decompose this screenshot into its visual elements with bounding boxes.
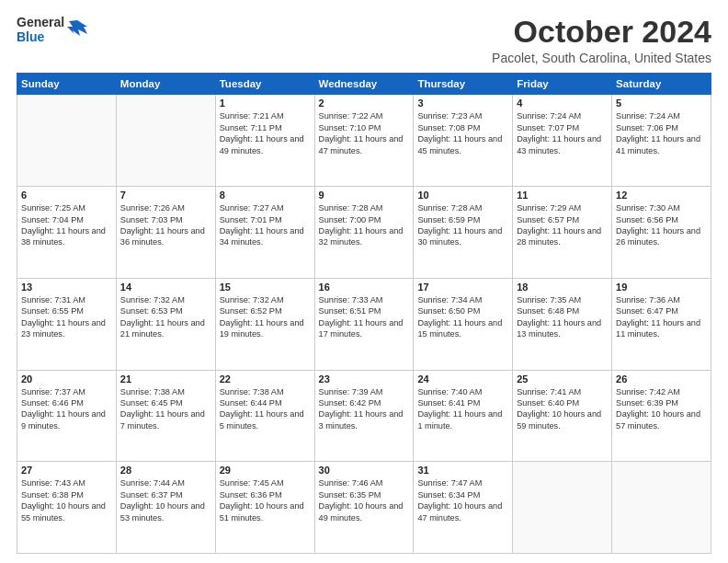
calendar-cell: 1Sunrise: 7:21 AM Sunset: 7:11 PM Daylig… xyxy=(215,95,314,187)
day-number: 29 xyxy=(220,465,311,476)
day-number: 11 xyxy=(517,190,608,201)
day-number: 9 xyxy=(319,190,410,201)
day-info: Sunrise: 7:36 AM Sunset: 6:47 PM Dayligh… xyxy=(616,294,707,340)
day-info: Sunrise: 7:41 AM Sunset: 6:40 PM Dayligh… xyxy=(517,386,608,432)
calendar-cell: 15Sunrise: 7:32 AM Sunset: 6:52 PM Dayli… xyxy=(215,278,314,370)
day-header-saturday: Saturday xyxy=(612,74,711,95)
day-info: Sunrise: 7:28 AM Sunset: 7:00 PM Dayligh… xyxy=(319,202,410,248)
day-info: Sunrise: 7:29 AM Sunset: 6:57 PM Dayligh… xyxy=(517,202,608,248)
calendar-cell: 9Sunrise: 7:28 AM Sunset: 7:00 PM Daylig… xyxy=(314,187,414,279)
calendar-header-row: SundayMondayTuesdayWednesdayThursdayFrid… xyxy=(17,74,711,95)
day-number: 13 xyxy=(21,282,112,293)
bird-icon xyxy=(65,17,89,41)
day-number: 31 xyxy=(417,465,508,476)
page: General Blue October 2024 Pacolet, South… xyxy=(0,0,728,563)
day-info: Sunrise: 7:34 AM Sunset: 6:50 PM Dayligh… xyxy=(417,294,508,340)
calendar-cell: 4Sunrise: 7:24 AM Sunset: 7:07 PM Daylig… xyxy=(513,95,612,187)
day-number: 23 xyxy=(319,373,410,385)
week-row-1: 1Sunrise: 7:21 AM Sunset: 7:11 PM Daylig… xyxy=(17,95,711,187)
calendar-cell: 13Sunrise: 7:31 AM Sunset: 6:55 PM Dayli… xyxy=(17,278,117,370)
week-row-3: 13Sunrise: 7:31 AM Sunset: 6:55 PM Dayli… xyxy=(17,278,711,370)
day-info: Sunrise: 7:35 AM Sunset: 6:48 PM Dayligh… xyxy=(517,294,608,340)
calendar-cell: 24Sunrise: 7:40 AM Sunset: 6:41 PM Dayli… xyxy=(414,370,513,462)
day-info: Sunrise: 7:31 AM Sunset: 6:55 PM Dayligh… xyxy=(21,294,112,340)
day-info: Sunrise: 7:39 AM Sunset: 6:42 PM Dayligh… xyxy=(319,386,410,432)
day-info: Sunrise: 7:46 AM Sunset: 6:35 PM Dayligh… xyxy=(319,477,410,523)
day-info: Sunrise: 7:24 AM Sunset: 7:06 PM Dayligh… xyxy=(616,110,707,156)
calendar-cell: 6Sunrise: 7:25 AM Sunset: 7:04 PM Daylig… xyxy=(17,187,117,279)
week-row-5: 27Sunrise: 7:43 AM Sunset: 6:38 PM Dayli… xyxy=(17,462,711,554)
calendar-table: SundayMondayTuesdayWednesdayThursdayFrid… xyxy=(17,73,711,554)
day-info: Sunrise: 7:30 AM Sunset: 6:56 PM Dayligh… xyxy=(616,202,707,248)
day-number: 20 xyxy=(21,373,112,385)
day-number: 5 xyxy=(616,98,707,109)
day-info: Sunrise: 7:37 AM Sunset: 6:46 PM Dayligh… xyxy=(21,386,112,432)
calendar-cell: 22Sunrise: 7:38 AM Sunset: 6:44 PM Dayli… xyxy=(215,370,314,462)
logo-text: General Blue xyxy=(17,15,89,44)
calendar-cell: 30Sunrise: 7:46 AM Sunset: 6:35 PM Dayli… xyxy=(314,462,414,554)
logo: General Blue xyxy=(17,15,89,44)
day-info: Sunrise: 7:28 AM Sunset: 6:59 PM Dayligh… xyxy=(417,202,508,248)
calendar-cell: 31Sunrise: 7:47 AM Sunset: 6:34 PM Dayli… xyxy=(414,462,513,554)
day-info: Sunrise: 7:38 AM Sunset: 6:45 PM Dayligh… xyxy=(120,386,211,432)
month-title: October 2024 xyxy=(492,15,711,49)
day-number: 18 xyxy=(517,282,608,293)
day-info: Sunrise: 7:43 AM Sunset: 6:38 PM Dayligh… xyxy=(21,477,112,523)
calendar-cell: 18Sunrise: 7:35 AM Sunset: 6:48 PM Dayli… xyxy=(513,278,612,370)
calendar-cell xyxy=(17,95,117,187)
day-number: 28 xyxy=(120,465,211,476)
day-info: Sunrise: 7:32 AM Sunset: 6:53 PM Dayligh… xyxy=(120,294,211,340)
day-info: Sunrise: 7:47 AM Sunset: 6:34 PM Dayligh… xyxy=(417,477,508,523)
day-info: Sunrise: 7:22 AM Sunset: 7:10 PM Dayligh… xyxy=(319,110,410,156)
day-number: 14 xyxy=(120,282,211,293)
day-number: 16 xyxy=(319,282,410,293)
calendar-cell: 12Sunrise: 7:30 AM Sunset: 6:56 PM Dayli… xyxy=(612,187,711,279)
day-info: Sunrise: 7:38 AM Sunset: 6:44 PM Dayligh… xyxy=(220,386,311,432)
svg-marker-0 xyxy=(67,20,87,36)
calendar-cell xyxy=(612,462,711,554)
day-info: Sunrise: 7:27 AM Sunset: 7:01 PM Dayligh… xyxy=(220,202,311,248)
day-number: 24 xyxy=(417,373,508,385)
day-number: 7 xyxy=(120,190,211,201)
day-info: Sunrise: 7:40 AM Sunset: 6:41 PM Dayligh… xyxy=(417,386,508,432)
day-header-thursday: Thursday xyxy=(414,74,513,95)
day-number: 26 xyxy=(616,373,707,385)
calendar-cell: 25Sunrise: 7:41 AM Sunset: 6:40 PM Dayli… xyxy=(513,370,612,462)
calendar-cell: 8Sunrise: 7:27 AM Sunset: 7:01 PM Daylig… xyxy=(215,187,314,279)
day-number: 10 xyxy=(417,190,508,201)
calendar-cell: 21Sunrise: 7:38 AM Sunset: 6:45 PM Dayli… xyxy=(116,370,215,462)
calendar-cell: 2Sunrise: 7:22 AM Sunset: 7:10 PM Daylig… xyxy=(314,95,414,187)
day-info: Sunrise: 7:26 AM Sunset: 7:03 PM Dayligh… xyxy=(120,202,211,248)
calendar-cell: 19Sunrise: 7:36 AM Sunset: 6:47 PM Dayli… xyxy=(612,278,711,370)
day-number: 2 xyxy=(319,98,410,109)
calendar-cell: 17Sunrise: 7:34 AM Sunset: 6:50 PM Dayli… xyxy=(414,278,513,370)
calendar-cell: 26Sunrise: 7:42 AM Sunset: 6:39 PM Dayli… xyxy=(612,370,711,462)
day-info: Sunrise: 7:25 AM Sunset: 7:04 PM Dayligh… xyxy=(21,202,112,248)
calendar-cell: 29Sunrise: 7:45 AM Sunset: 6:36 PM Dayli… xyxy=(215,462,314,554)
calendar-cell: 23Sunrise: 7:39 AM Sunset: 6:42 PM Dayli… xyxy=(314,370,414,462)
day-info: Sunrise: 7:45 AM Sunset: 6:36 PM Dayligh… xyxy=(220,477,311,523)
day-info: Sunrise: 7:42 AM Sunset: 6:39 PM Dayligh… xyxy=(616,386,707,432)
logo-general: General xyxy=(17,15,64,29)
day-number: 3 xyxy=(417,98,508,109)
calendar-cell: 27Sunrise: 7:43 AM Sunset: 6:38 PM Dayli… xyxy=(17,462,117,554)
day-number: 15 xyxy=(220,282,311,293)
day-info: Sunrise: 7:21 AM Sunset: 7:11 PM Dayligh… xyxy=(220,110,311,156)
location: Pacolet, South Carolina, United States xyxy=(492,51,711,65)
day-number: 21 xyxy=(120,373,211,385)
title-block: October 2024 Pacolet, South Carolina, Un… xyxy=(492,15,711,65)
calendar-cell xyxy=(513,462,612,554)
week-row-2: 6Sunrise: 7:25 AM Sunset: 7:04 PM Daylig… xyxy=(17,187,711,279)
day-info: Sunrise: 7:44 AM Sunset: 6:37 PM Dayligh… xyxy=(120,477,211,523)
day-number: 30 xyxy=(319,465,410,476)
week-row-4: 20Sunrise: 7:37 AM Sunset: 6:46 PM Dayli… xyxy=(17,370,711,462)
day-number: 6 xyxy=(21,190,112,201)
day-header-tuesday: Tuesday xyxy=(215,74,314,95)
calendar-cell: 16Sunrise: 7:33 AM Sunset: 6:51 PM Dayli… xyxy=(314,278,414,370)
day-number: 19 xyxy=(616,282,707,293)
calendar-cell xyxy=(116,95,215,187)
day-number: 8 xyxy=(220,190,311,201)
calendar-cell: 20Sunrise: 7:37 AM Sunset: 6:46 PM Dayli… xyxy=(17,370,117,462)
calendar-cell: 10Sunrise: 7:28 AM Sunset: 6:59 PM Dayli… xyxy=(414,187,513,279)
calendar-cell: 11Sunrise: 7:29 AM Sunset: 6:57 PM Dayli… xyxy=(513,187,612,279)
